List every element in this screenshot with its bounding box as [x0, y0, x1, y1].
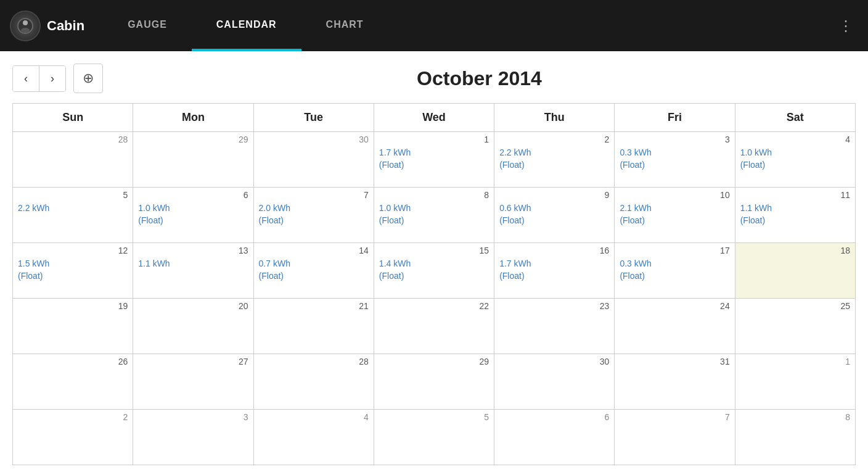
day-number: 9 — [499, 190, 609, 200]
calendar-day[interactable]: 7 — [615, 410, 735, 465]
day-energy-data: 0.7 kWh (Float) — [259, 258, 369, 282]
day-number: 6 — [499, 412, 609, 422]
day-number: 21 — [259, 301, 369, 311]
calendar-day[interactable]: 8 — [735, 410, 855, 465]
calendar-day[interactable]: 18 — [735, 243, 855, 299]
day-energy-data: 2.0 kWh (Float) — [259, 202, 369, 226]
calendar-day[interactable]: 26 — [13, 354, 133, 410]
calendar-day[interactable]: 5 — [374, 410, 494, 465]
calendar-day[interactable]: 31 — [615, 354, 735, 410]
globe-button[interactable]: ⊕ — [73, 64, 103, 93]
calendar-day[interactable]: 6 — [494, 410, 615, 465]
calendar-day[interactable]: 151.4 kWh (Float) — [374, 243, 494, 299]
calendar-day[interactable]: 21 — [253, 299, 374, 354]
calendar-day[interactable]: 61.0 kWh (Float) — [133, 188, 253, 243]
tab-chart[interactable]: CHART — [301, 0, 388, 51]
day-number: 11 — [740, 190, 850, 200]
calendar-header-row: Sun Mon Tue Wed Thu Fri Sat — [13, 104, 856, 132]
calendar-day[interactable]: 90.6 kWh (Float) — [494, 188, 615, 243]
calendar-day[interactable]: 121.5 kWh (Float) — [13, 243, 133, 299]
col-wed: Wed — [374, 104, 494, 132]
header-menu-icon[interactable]: ⋮ — [833, 12, 858, 39]
calendar-day[interactable]: 28 — [253, 354, 374, 410]
calendar-day[interactable]: 30 — [494, 354, 615, 410]
day-number: 25 — [740, 301, 850, 311]
day-number: 23 — [499, 301, 609, 311]
day-number: 24 — [620, 301, 729, 311]
calendar-week-row: 121.5 kWh (Float)131.1 kWh140.7 kWh (Flo… — [13, 243, 856, 299]
calendar-day[interactable]: 24 — [615, 299, 735, 354]
calendar-day[interactable]: 27 — [133, 354, 253, 410]
day-number: 20 — [138, 301, 248, 311]
day-energy-data: 1.1 kWh — [138, 258, 248, 270]
calendar-day[interactable]: 1 — [735, 354, 855, 410]
calendar-day[interactable]: 111.1 kWh (Float) — [735, 188, 855, 243]
day-number: 16 — [499, 246, 609, 255]
calendar-day[interactable]: 23 — [494, 299, 615, 354]
calendar-day[interactable]: 72.0 kWh (Float) — [253, 188, 374, 243]
next-month-button[interactable]: › — [39, 66, 65, 91]
calendar-container: ‹ › ⊕ October 2014 Sun Mon Tue Wed Thu F… — [0, 51, 868, 472]
month-title: October 2014 — [103, 67, 856, 90]
day-energy-data: 1.0 kWh (Float) — [138, 202, 248, 226]
day-energy-data: 0.3 kWh (Float) — [620, 147, 729, 171]
day-number: 14 — [259, 246, 369, 255]
calendar-day[interactable]: 41.0 kWh (Float) — [735, 132, 855, 188]
day-energy-data: 2.2 kWh — [18, 202, 128, 215]
day-number: 15 — [379, 246, 489, 255]
day-number: 13 — [138, 246, 248, 255]
calendar-day[interactable]: 161.7 kWh (Float) — [494, 243, 615, 299]
calendar-day[interactable]: 30.3 kWh (Float) — [615, 132, 735, 188]
app-title: Cabin — [47, 18, 84, 34]
day-number: 2 — [18, 412, 128, 422]
day-energy-data: 1.5 kWh (Float) — [18, 258, 128, 282]
day-number: 17 — [620, 246, 729, 255]
day-number: 10 — [620, 190, 729, 200]
calendar-day[interactable]: 52.2 kWh — [13, 188, 133, 243]
prev-month-button[interactable]: ‹ — [13, 66, 39, 91]
calendar-day[interactable]: 30 — [253, 132, 374, 188]
tab-calendar[interactable]: CALENDAR — [192, 0, 301, 51]
calendar-day[interactable]: 22 — [374, 299, 494, 354]
day-energy-data: 2.1 kWh (Float) — [620, 202, 729, 226]
calendar-day[interactable]: 2 — [13, 410, 133, 465]
day-energy-data: 1.4 kWh (Float) — [379, 258, 489, 282]
calendar-day[interactable]: 81.0 kWh (Float) — [374, 188, 494, 243]
calendar-day[interactable]: 25 — [735, 299, 855, 354]
calendar-day[interactable]: 28 — [13, 132, 133, 188]
day-number: 27 — [138, 357, 248, 366]
day-number: 18 — [740, 246, 850, 255]
day-number: 28 — [259, 357, 369, 366]
calendar-day[interactable]: 4 — [253, 410, 374, 465]
calendar-day[interactable]: 140.7 kWh (Float) — [253, 243, 374, 299]
calendar-day[interactable]: 29 — [374, 354, 494, 410]
tab-gauge[interactable]: GAUGE — [103, 0, 192, 51]
calendar-day[interactable]: 131.1 kWh — [133, 243, 253, 299]
col-fri: Fri — [615, 104, 735, 132]
day-number: 30 — [499, 357, 609, 366]
calendar-day[interactable]: 102.1 kWh (Float) — [615, 188, 735, 243]
calendar-day[interactable]: 22.2 kWh (Float) — [494, 132, 615, 188]
day-number: 4 — [259, 412, 369, 422]
day-number: 2 — [499, 135, 609, 144]
day-energy-data: 1.7 kWh (Float) — [379, 147, 489, 171]
day-number: 28 — [18, 135, 128, 144]
month-nav-group: ‹ › — [12, 65, 66, 92]
day-number: 8 — [740, 412, 850, 422]
day-number: 31 — [620, 357, 729, 366]
day-energy-data: 2.2 kWh (Float) — [499, 147, 609, 171]
day-number: 5 — [379, 412, 489, 422]
day-energy-data: 0.3 kWh (Float) — [620, 258, 729, 282]
calendar-day[interactable]: 3 — [133, 410, 253, 465]
calendar-week-row: 2345678 — [13, 410, 856, 465]
app-logo — [10, 10, 41, 41]
calendar-day[interactable]: 19 — [13, 299, 133, 354]
calendar-day[interactable]: 29 — [133, 132, 253, 188]
calendar-day[interactable]: 170.3 kWh (Float) — [615, 243, 735, 299]
calendar-day[interactable]: 11.7 kWh (Float) — [374, 132, 494, 188]
logo-group: Cabin — [10, 10, 84, 41]
day-energy-data: 1.1 kWh (Float) — [740, 202, 850, 226]
day-number: 7 — [259, 190, 369, 200]
calendar-day[interactable]: 20 — [133, 299, 253, 354]
day-number: 5 — [18, 190, 128, 200]
